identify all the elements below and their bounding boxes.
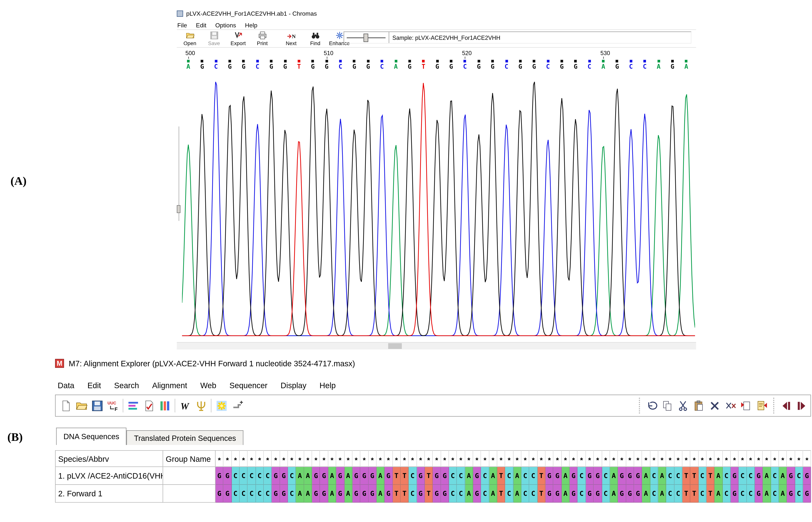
nucleotide-cell[interactable]: A <box>304 467 312 485</box>
nucleotide-cell[interactable]: G <box>626 485 634 503</box>
nucleotide-cell[interactable]: C <box>795 467 803 485</box>
nucleotide-cell[interactable]: C <box>449 485 457 503</box>
next-site-icon[interactable] <box>794 398 809 413</box>
horizontal-scrollbar[interactable] <box>177 342 696 349</box>
nucleotide-cell[interactable]: G <box>634 467 642 485</box>
chromas-menu-edit[interactable]: Edit <box>196 22 206 28</box>
nucleotide-cell[interactable]: C <box>248 467 256 485</box>
nucleotide-cell[interactable]: A <box>763 467 771 485</box>
species-header[interactable]: Species/Abbrv <box>55 450 163 467</box>
nucleotide-cell[interactable]: A <box>642 467 650 485</box>
nucleotide-cell[interactable]: G <box>570 467 578 485</box>
nucleotide-cell[interactable]: G <box>570 485 578 503</box>
nucleotide-cell[interactable]: A <box>344 485 352 503</box>
vslider-thumb[interactable] <box>177 205 180 213</box>
nucleotide-cell[interactable]: A <box>610 485 618 503</box>
nucleotide-cell[interactable]: A <box>562 467 570 485</box>
nucleotide-cell[interactable]: G <box>272 467 280 485</box>
nucleotide-cell[interactable]: T <box>690 467 699 485</box>
nucleotide-cell[interactable]: A <box>328 467 336 485</box>
nucleotide-cell[interactable]: G <box>336 485 345 503</box>
nucleotide-cell[interactable]: C <box>505 467 514 485</box>
nucleotide-cell[interactable]: C <box>602 485 610 503</box>
nucleotide-cell[interactable]: G <box>554 485 562 503</box>
alignment-stripes-icon[interactable] <box>125 398 141 413</box>
nucleotide-cell[interactable]: G <box>755 485 763 503</box>
nucleotide-cell[interactable]: C <box>699 467 707 485</box>
nucleotide-cell[interactable]: C <box>795 485 803 503</box>
nucleotide-cell[interactable]: A <box>465 485 473 503</box>
tab-translated-protein-sequences[interactable]: Translated Protein Sequences <box>127 430 243 445</box>
nucleotide-cell[interactable]: C <box>409 485 417 503</box>
nucleotide-cell[interactable]: C <box>481 467 490 485</box>
nucleotide-cell[interactable]: A <box>513 485 521 503</box>
nucleotide-cell[interactable]: C <box>481 485 490 503</box>
tab-dna-sequences[interactable]: DNA Sequences <box>56 428 127 445</box>
nucleotide-cell[interactable]: G <box>586 467 594 485</box>
translate-uuc-icon[interactable]: UUCF <box>105 398 121 413</box>
chromas-menu-help[interactable]: Help <box>245 22 257 28</box>
nucleotide-cell[interactable]: G <box>554 467 562 485</box>
mega-menu-data[interactable]: Data <box>58 381 74 390</box>
nucleotide-cell[interactable]: C <box>529 485 538 503</box>
nucleotide-cell[interactable]: A <box>344 467 352 485</box>
marked-alignment-icon[interactable] <box>141 398 157 413</box>
nucleotide-cell[interactable]: C <box>264 485 272 503</box>
nucleotide-cell[interactable]: G <box>731 467 739 485</box>
nucleotide-cell[interactable]: C <box>771 467 779 485</box>
chromas-menu-file[interactable]: File <box>178 22 187 28</box>
nucleotide-cell[interactable]: C <box>409 467 417 485</box>
nucleotide-cell[interactable]: C <box>256 467 264 485</box>
nucleotide-cell[interactable]: G <box>280 467 288 485</box>
nucleotide-cell[interactable]: G <box>546 485 554 503</box>
insert-site-icon[interactable] <box>229 398 245 413</box>
species-cell[interactable]: 2. Forward 1 <box>55 485 163 503</box>
chromas-menu-options[interactable]: Options <box>215 22 236 28</box>
nucleotide-cell[interactable]: G <box>803 467 811 485</box>
nucleotide-cell[interactable]: C <box>521 485 529 503</box>
nucleotide-cell[interactable]: G <box>352 467 360 485</box>
mega-menu-search[interactable]: Search <box>114 381 139 390</box>
nucleotide-cell[interactable]: G <box>369 467 377 485</box>
nucleotide-cell[interactable]: C <box>240 485 248 503</box>
nucleotide-cell[interactable]: C <box>650 467 658 485</box>
nucleotide-cell[interactable]: C <box>578 485 586 503</box>
delete-x-icon[interactable] <box>707 398 722 413</box>
paste-marked-icon[interactable] <box>754 398 769 413</box>
nucleotide-cell[interactable]: T <box>425 485 433 503</box>
prev-site-icon[interactable] <box>778 398 793 413</box>
nucleotide-cell[interactable]: A <box>513 467 521 485</box>
nucleotide-cell[interactable]: G <box>385 467 393 485</box>
nucleotide-cell[interactable]: A <box>715 467 723 485</box>
nucleotide-cell[interactable]: C <box>699 485 707 503</box>
nucleotide-cell[interactable]: A <box>763 485 771 503</box>
nucleotide-cell[interactable]: G <box>336 467 345 485</box>
group-header[interactable]: Group Name <box>163 450 216 467</box>
nucleotide-cell[interactable]: T <box>682 485 690 503</box>
nucleotide-cell[interactable]: G <box>594 467 602 485</box>
nucleotide-cell[interactable]: C <box>505 485 514 503</box>
new-document-icon[interactable] <box>58 398 74 413</box>
nucleotide-cell[interactable]: C <box>723 467 731 485</box>
nucleotide-cell[interactable]: G <box>755 467 763 485</box>
nucleotide-cell[interactable]: C <box>771 485 779 503</box>
nucleotide-cell[interactable]: C <box>457 485 465 503</box>
save-disk-icon[interactable] <box>89 398 105 413</box>
nucleotide-cell[interactable]: C <box>248 485 256 503</box>
nucleotide-cell[interactable]: T <box>538 467 546 485</box>
nucleotide-cell[interactable]: C <box>240 467 248 485</box>
mega-menu-sequencer[interactable]: Sequencer <box>229 381 268 390</box>
cut-scissors-icon[interactable] <box>675 398 691 413</box>
mega-menu-help[interactable]: Help <box>319 381 336 390</box>
nucleotide-cell[interactable]: G <box>320 485 328 503</box>
nucleotide-cell[interactable]: A <box>779 485 787 503</box>
nucleotide-cell[interactable]: C <box>650 485 658 503</box>
nucleotide-cell[interactable]: G <box>473 467 481 485</box>
nucleotide-cell[interactable]: G <box>312 467 320 485</box>
nucleotide-cell[interactable]: G <box>433 485 441 503</box>
group-cell[interactable] <box>163 485 216 503</box>
muscle-psi-icon[interactable] <box>193 398 209 413</box>
vertical-scale-slider[interactable] <box>177 126 182 221</box>
nucleotide-cell[interactable]: C <box>747 467 755 485</box>
nucleotide-cell[interactable]: G <box>224 485 232 503</box>
